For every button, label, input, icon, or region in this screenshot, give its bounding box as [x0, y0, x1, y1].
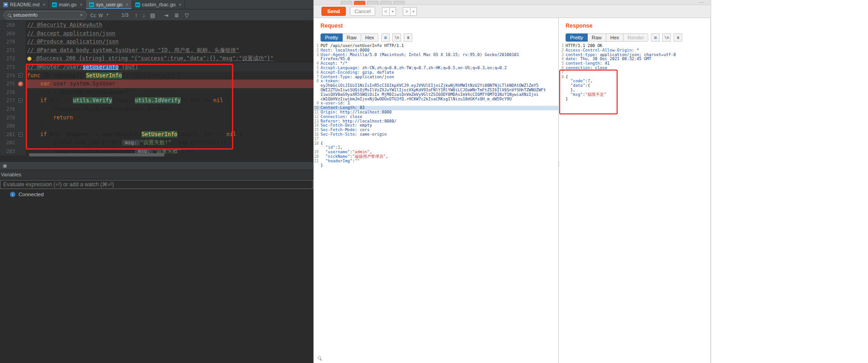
ide-window: MREADME.md×gomain.go×gosys_user.go×gocas…	[0, 0, 313, 363]
newline-toggle-icon[interactable]: \n	[662, 33, 671, 42]
gutter: 272	[0, 54, 26, 63]
next-match-icon[interactable]: ↓	[142, 12, 145, 19]
tab-close-icon[interactable]: ×	[42, 2, 45, 7]
response-line: 6connection: close	[559, 66, 710, 71]
editor-tab-main-go[interactable]: gomain.go×	[49, 0, 86, 9]
breakpoint-icon[interactable]: ✓	[18, 81, 23, 86]
request-tab-hex[interactable]: Hex	[361, 33, 379, 42]
http-token: ,	[386, 154, 388, 159]
tab-close-icon[interactable]: ×	[126, 2, 128, 7]
code-token: // @Security ApiKeyAuth	[27, 22, 102, 28]
evaluate-expression-input[interactable]	[0, 180, 313, 189]
newline-toggle-icon[interactable]: \n	[392, 33, 401, 42]
gutter: 283	[0, 147, 26, 156]
tab-close-icon[interactable]: ×	[80, 2, 82, 7]
line-text: "msg":"权限不足"	[566, 93, 606, 97]
code-line: 273// @Router /user/setUserInfo [put]	[0, 63, 313, 71]
http-token: :	[355, 105, 360, 110]
code-editor[interactable]: 268// @Security ApiKeyAuth269// @accept …	[0, 21, 313, 156]
fold-icon[interactable]: −	[19, 132, 23, 137]
tab-close-icon[interactable]: ×	[179, 2, 181, 7]
code-token: nil	[226, 131, 236, 137]
request-line: }	[314, 164, 558, 168]
http-token: zh-CN,zh;q=0.8,zh-TW;q=0.7,zh-HK;q=0.5,e…	[362, 66, 507, 70]
debug-tab-variables[interactable]: Variables	[0, 170, 313, 179]
tab-label: casbin_rbac.go	[142, 2, 176, 7]
line-number: 281	[0, 130, 15, 139]
filter-icon[interactable]: ▽	[185, 12, 189, 19]
search-input[interactable]: setuserinfo ×	[4, 11, 87, 19]
message-search-icon[interactable]	[318, 356, 321, 359]
selection-helper-icon[interactable]: ≡	[381, 33, 390, 42]
http-token: Content-Type	[321, 75, 350, 79]
response-line: }	[559, 97, 710, 102]
request-line: 18{	[314, 141, 558, 146]
editor-tab-casbin-rbac-go[interactable]: gocasbin_rbac.go×	[132, 0, 185, 9]
request-panel: Request PrettyRawHex≡\n≣ 1PUT /api/user/…	[314, 18, 559, 363]
repeater-tab[interactable]	[380, 1, 392, 5]
http-token: date	[566, 57, 576, 61]
horizontal-scrollbar[interactable]	[29, 153, 165, 156]
http-token: :	[600, 61, 605, 66]
frames-icon[interactable]: ▣	[3, 163, 7, 168]
code-token: response.FailWithMessage(err.Error(), c)	[27, 106, 184, 112]
response-tab-raw[interactable]: Raw	[587, 33, 606, 42]
http-token	[566, 92, 571, 97]
request-editor[interactable]: 1PUT /api/user/setUserInfo HTTP/1.12Host…	[314, 44, 558, 363]
response-tab-hex[interactable]: Hex	[606, 33, 624, 42]
code-token: ); err !=	[181, 97, 213, 104]
code-text: if err, ReqUser := userService.SetUserIn…	[26, 130, 313, 139]
editor-tab-readme-md[interactable]: MREADME.md×	[0, 0, 49, 9]
fold-icon[interactable]: −	[19, 99, 23, 103]
open-in-find-window-icon[interactable]: ⇥	[164, 12, 168, 19]
forward-button[interactable]: >	[403, 7, 410, 16]
line-number	[314, 84, 321, 88]
words-toggle[interactable]: W	[99, 13, 103, 18]
http-token: content-type	[566, 52, 595, 57]
fold-icon[interactable]: −	[19, 73, 23, 77]
intention-bulb-icon[interactable]	[27, 57, 32, 61]
request-tab-pretty[interactable]: Pretty	[321, 33, 343, 42]
regex-toggle[interactable]: .*	[105, 13, 108, 18]
select-all-matches-icon[interactable]: ▤	[150, 12, 155, 19]
send-button[interactable]: Send	[321, 7, 346, 16]
line-text: Sec-Fetch-Site: same-origin	[321, 132, 387, 137]
request-tab-raw[interactable]: Raw	[342, 33, 361, 42]
cancel-button[interactable]: Cancel	[350, 7, 375, 16]
code-token: (b *BaseApi)	[40, 72, 86, 79]
code-token: global.GVA_LOG.Error(	[27, 139, 122, 146]
back-button[interactable]: <	[382, 7, 390, 16]
http-token: }	[566, 97, 568, 101]
code-token: [put]	[118, 64, 138, 70]
repeater-tab-active[interactable]	[354, 1, 365, 5]
code-line: 280 }	[0, 122, 313, 130]
http-token	[321, 150, 326, 154]
http-token: Accept-Encoding	[321, 70, 357, 75]
panel-splitter[interactable]: ⋮	[556, 160, 561, 167]
response-line: "msg":"权限不足"	[559, 93, 710, 97]
forward-dropdown-icon[interactable]: ▾	[410, 7, 417, 16]
repeater-tab[interactable]	[367, 1, 378, 5]
match-case-toggle[interactable]: Cc	[90, 13, 96, 18]
repeater-tab[interactable]	[393, 1, 405, 5]
prev-match-icon[interactable]: ↑	[135, 12, 137, 19]
editor-menu-icon[interactable]: ≣	[404, 33, 412, 42]
more-options-icon[interactable]: ⋯	[699, 0, 704, 5]
line-number	[559, 97, 566, 102]
selection-helper-icon[interactable]: ≡	[651, 33, 660, 42]
http-token: ,	[369, 150, 372, 154]
tab-label: main.go	[59, 2, 76, 7]
response-tab-pretty[interactable]: Pretty	[566, 33, 588, 42]
gutter: 274−	[0, 71, 26, 80]
back-dropdown-icon[interactable]: ▾	[390, 7, 396, 16]
editor-tab-sys-user-go[interactable]: gosys_user.go×	[86, 0, 132, 9]
gutter: 268	[0, 21, 26, 29]
clear-search-icon[interactable]: ×	[80, 12, 83, 18]
code-line: 277− if err := utils.Verify(user, utils.…	[0, 96, 313, 105]
line-number	[314, 88, 321, 93]
repeater-tab[interactable]	[341, 1, 352, 5]
http-token: Sec-Fetch-Site	[321, 132, 355, 137]
response-editor[interactable]: 1HTTP/1.1 200 OK2Access-Control-Allow-Or…	[559, 44, 710, 363]
search-options-icon[interactable]: ≣	[174, 12, 179, 19]
editor-menu-icon[interactable]: ≣	[674, 33, 682, 42]
